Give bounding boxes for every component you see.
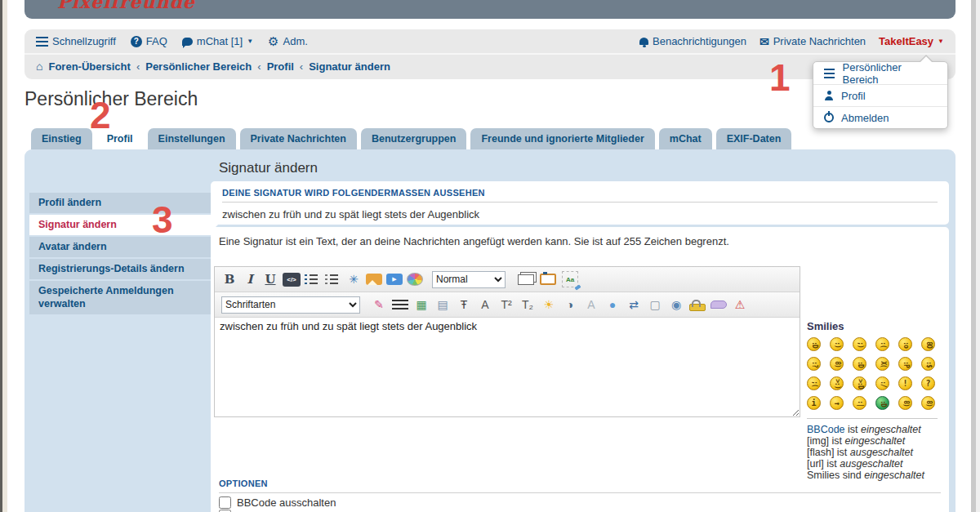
username[interactable]: TakeItEasy (879, 35, 933, 47)
sidebar-profil-aendern[interactable]: Profil ändern (29, 193, 211, 213)
paste-button[interactable] (540, 274, 556, 285)
sidebar-signatur-aendern[interactable]: Signatur ändern (29, 215, 211, 235)
home-icon[interactable] (36, 60, 42, 73)
tab-einstieg[interactable]: Einstieg (31, 128, 92, 149)
breadcrumb-link[interactable]: Persönlicher Bereich (145, 60, 252, 73)
highlight-button[interactable]: ✎ (371, 296, 387, 313)
smiley-razz[interactable]: :P (898, 357, 912, 371)
bullet-list-button[interactable] (305, 274, 321, 284)
smiley-sad[interactable]: :( (875, 337, 889, 351)
bbcode-status-line: [url] ist ausgeschaltet (807, 458, 947, 470)
panel-button[interactable]: ▤ (434, 296, 451, 313)
list-item-button[interactable]: ✳ (345, 271, 362, 287)
bbcode-link[interactable]: BBCode (807, 424, 845, 435)
bbcode-disable-label[interactable]: BBCode ausschalten (237, 496, 336, 509)
tab-benutzergruppen[interactable]: Benutzergruppen (361, 128, 466, 149)
editor-toolbar-row-2: Schriftarten ✎▦▤ŦAT²T₂☀◑A●⇄▢◉⚠ (215, 292, 800, 318)
bbcode-disable-checkbox[interactable] (219, 496, 231, 509)
smiley-mr-green[interactable]: :D (875, 396, 889, 410)
font-select[interactable]: Schriftarten (221, 296, 360, 314)
image-button[interactable] (366, 274, 382, 285)
smiley-rolleyes[interactable]: :/ (875, 376, 889, 390)
smiley-twisted[interactable]: >:D (853, 376, 866, 390)
smiley-smile[interactable]: :) (830, 337, 844, 351)
nav-item-quick-links[interactable]: Schnellzugriff (36, 35, 116, 47)
breadcrumb-link[interactable]: Signatur ändern (309, 60, 390, 73)
tab-private-nachrichten[interactable]: Private Nachrichten (240, 128, 357, 149)
underline-button[interactable]: U (262, 271, 278, 287)
smiley-exclamation[interactable]: ! (898, 376, 912, 390)
sidebar-gespeicherte-anmeldungen[interactable]: Gespeicherte Anmeldungen verwalten (29, 281, 211, 315)
lock-button[interactable] (689, 304, 706, 311)
code-button[interactable]: </> (283, 273, 301, 287)
smiley-shocked[interactable]: 8O (921, 337, 935, 351)
nav-item-notifications[interactable]: Benachrichtigungen (639, 35, 746, 47)
user-menu-item-profile[interactable]: Profil (813, 84, 947, 106)
table-button[interactable]: ▦ (413, 296, 430, 313)
annotation-2: 2 (90, 96, 111, 134)
smiley-arrow[interactable]: → (830, 396, 844, 410)
smiley-question[interactable]: ? (921, 376, 935, 390)
annotation-1: 1 (769, 59, 791, 96)
smiley-idea[interactable]: i (807, 396, 821, 410)
nav-item-mchat[interactable]: mChat [1]▼ (182, 35, 253, 47)
user-menu-item-label: Persönlicher Bereich (842, 61, 937, 86)
italic-button[interactable]: I (242, 271, 258, 287)
smiley-neutral[interactable]: :| (853, 396, 866, 410)
sidebar-avatar-aendern[interactable]: Avatar ändern (29, 237, 211, 257)
signature-textarea[interactable] (215, 318, 800, 416)
nav-item-label: Benachrichtigungen (653, 35, 746, 47)
smiley-uber-geek[interactable]: 8) (921, 396, 935, 410)
contrast-button[interactable]: ◑ (562, 296, 578, 313)
smiley-confused[interactable]: :? (807, 357, 821, 371)
user-menu-toggle[interactable]: TakeItEasy ▼ (879, 35, 944, 47)
nav-item-faq[interactable]: FAQ (131, 35, 167, 47)
site-logo[interactable]: Pixelfreunde (57, 0, 195, 12)
smiley-crying[interactable]: ;( (807, 376, 821, 390)
shadow-button[interactable]: ● (604, 296, 621, 313)
remove-format-button[interactable]: Aa (562, 271, 578, 287)
smiley-laughing[interactable]: :D (853, 357, 866, 371)
preview-eye-button[interactable]: ◉ (668, 296, 684, 313)
comment-button[interactable] (710, 301, 727, 309)
tab-exif-daten[interactable]: EXIF-Daten (716, 128, 792, 149)
glow-button[interactable]: A (583, 296, 599, 313)
editor-sidebar: Smilies :D:);):(:o8O:?8):DX(:P:$;(>:)>:D… (807, 320, 947, 481)
color-wheel-button[interactable] (407, 273, 423, 286)
format-select[interactable]: Normal (432, 271, 506, 288)
nav-item-private-messages[interactable]: Private Nachrichten (760, 35, 866, 48)
strikethrough-button[interactable]: Ŧ (456, 296, 472, 313)
superscript-button[interactable]: T² (498, 296, 514, 313)
smiley-geek[interactable]: 8) (898, 396, 912, 410)
smiley-mad[interactable]: X( (875, 357, 889, 371)
signature-description: Eine Signatur ist ein Text, der an deine… (219, 235, 729, 247)
font-outline-button[interactable]: A (477, 296, 493, 313)
video-button[interactable]: ▶ (386, 274, 403, 285)
tab-mchat[interactable]: mChat (659, 128, 712, 149)
user-menu-item-logout[interactable]: Abmelden (813, 106, 947, 128)
smiley-embarrassed[interactable]: :$ (921, 357, 935, 371)
justify-button[interactable] (392, 300, 408, 309)
bold-button[interactable]: B (221, 271, 238, 287)
sun-button[interactable]: ☀ (541, 296, 557, 313)
direction-button[interactable]: ⇄ (626, 296, 642, 313)
breadcrumb-link[interactable]: Foren-Übersicht (48, 60, 130, 73)
breadcrumb-link[interactable]: Profil (267, 60, 294, 73)
sidebar-registrierungs-details[interactable]: Registrierungs-Details ändern (29, 259, 211, 279)
smiley-cool[interactable]: 8) (830, 357, 844, 371)
smiley-very-happy[interactable]: :D (807, 337, 821, 351)
copy-button[interactable] (518, 274, 534, 285)
subscript-button[interactable]: T₂ (519, 296, 536, 313)
user-menu-item-ucp[interactable]: Persönlicher Bereich (813, 62, 947, 84)
smiley-evil[interactable]: >:) (830, 376, 844, 390)
numbered-list-button[interactable] (325, 274, 341, 284)
signature-edit-panel: Eine Signatur ist ein Text, der an deine… (211, 227, 949, 512)
warning-button[interactable]: ⚠ (732, 296, 748, 313)
status-state: ausgeschaltet (850, 447, 913, 458)
nav-item-admin[interactable]: Adm. (268, 34, 308, 49)
smiley-wink[interactable]: ;) (853, 337, 866, 351)
page-button[interactable]: ▢ (647, 296, 663, 313)
tab-freunde[interactable]: Freunde und ignorierte Mitglieder (470, 128, 654, 149)
smiley-surprised[interactable]: :o (898, 337, 912, 351)
tab-einstellungen[interactable]: Einstellungen (148, 128, 236, 149)
